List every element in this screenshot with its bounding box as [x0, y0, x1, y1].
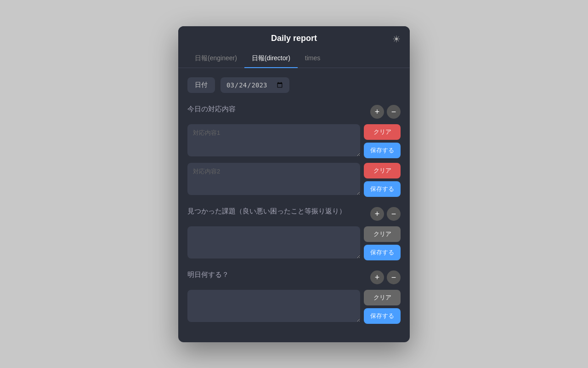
section-taio-remove-button[interactable]: − [387, 105, 401, 119]
title-bar: Daily report ☀ [178, 26, 410, 43]
taio-entry-1: クリア 保存する [187, 124, 401, 158]
section-kadai-controls: + − [370, 206, 401, 221]
tab-engineer[interactable]: 日報(engineer) [187, 50, 244, 68]
section-ashita-controls: + − [370, 270, 401, 284]
date-row: 日付 [187, 77, 401, 93]
taio-textarea-2[interactable] [187, 163, 360, 195]
taio-clear-2-button[interactable]: クリア [364, 163, 401, 178]
kadai-clear-1-button[interactable]: クリア [364, 226, 401, 242]
tab-bar: 日報(engineer) 日報(director) times [178, 50, 410, 68]
taio-save-1-button[interactable]: 保存する [364, 143, 401, 158]
section-kadai: 見つかった課題（良い悪い困ったこと等振り返り） + − クリア 保存する [187, 206, 401, 260]
section-ashita-add-button[interactable]: + [370, 270, 384, 284]
section-taio-header: 今日の対応内容 + − [187, 104, 401, 119]
ashita-clear-1-button[interactable]: クリア [364, 290, 401, 305]
section-kadai-add-button[interactable]: + [370, 207, 384, 221]
section-kadai-remove-button[interactable]: − [387, 207, 401, 221]
section-kadai-header: 見つかった課題（良い悪い困ったこと等振り返り） + − [187, 206, 401, 221]
ashita-entry-1: クリア 保存する [187, 290, 401, 324]
kadai-save-1-button[interactable]: 保存する [364, 245, 401, 260]
kadai-entry-1-buttons: クリア 保存する [364, 226, 401, 260]
date-label: 日付 [187, 77, 215, 93]
ashita-entry-1-buttons: クリア 保存する [364, 290, 401, 324]
main-content: 日付 今日の対応内容 + − クリア 保存する [178, 68, 410, 342]
section-ashita-title: 明日何する？ [187, 270, 366, 279]
ashita-textarea-1[interactable] [187, 290, 360, 322]
date-input[interactable] [220, 77, 289, 93]
taio-entry-2-buttons: クリア 保存する [364, 163, 401, 197]
app-window: Daily report ☀ 日報(engineer) 日報(director)… [178, 26, 410, 342]
taio-clear-1-button[interactable]: クリア [364, 124, 401, 140]
section-taio-controls: + − [370, 104, 401, 119]
section-ashita-header: 明日何する？ + − [187, 270, 401, 284]
theme-icon[interactable]: ☀ [392, 34, 401, 45]
section-ashita-remove-button[interactable]: − [387, 270, 401, 284]
tab-times[interactable]: times [298, 50, 328, 68]
taio-textarea-1[interactable] [187, 124, 360, 156]
taio-save-2-button[interactable]: 保存する [364, 181, 401, 197]
section-ashita: 明日何する？ + − クリア 保存する [187, 270, 401, 324]
ashita-save-1-button[interactable]: 保存する [364, 308, 401, 324]
kadai-textarea-1[interactable] [187, 226, 360, 259]
section-taio-title: 今日の対応内容 [187, 104, 366, 114]
tab-director[interactable]: 日報(director) [244, 50, 298, 68]
section-taio-add-button[interactable]: + [370, 105, 384, 119]
section-taio: 今日の対応内容 + − クリア 保存する クリア 保存する [187, 104, 401, 197]
section-kadai-title: 見つかった課題（良い悪い困ったこと等振り返り） [187, 206, 366, 216]
app-title: Daily report [271, 34, 317, 43]
kadai-entry-1: クリア 保存する [187, 226, 401, 260]
taio-entry-1-buttons: クリア 保存する [364, 124, 401, 158]
taio-entry-2: クリア 保存する [187, 163, 401, 197]
